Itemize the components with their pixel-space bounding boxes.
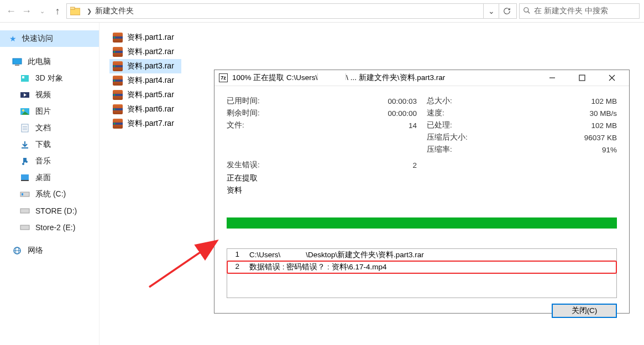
file-name: 资料.part7.rar: [127, 119, 174, 129]
up-button[interactable]: ↑: [51, 4, 64, 18]
sidebar-item-label: 桌面: [35, 173, 51, 183]
sidebar-item[interactable]: STORE (D:): [0, 203, 99, 219]
sevenzip-icon: 7z: [219, 73, 228, 82]
stat-label: 速度:: [427, 108, 444, 118]
file-name: 资料.part1.rar: [127, 33, 174, 43]
extracting-name: 资料: [227, 185, 417, 198]
log-row: 1C:\Users\\Desktop\新建文件夹\资料.part3.rar: [227, 249, 616, 261]
stat-value: 102 MB: [591, 121, 617, 130]
stat-value: 96037 KB: [584, 134, 617, 142]
sidebar-item-icon: [20, 156, 30, 166]
sidebar-item[interactable]: 3D 对象: [0, 70, 99, 87]
svg-point-19: [25, 161, 28, 163]
sidebar-item-label: 网络: [28, 246, 43, 256]
stat-value: 14: [409, 121, 417, 130]
sidebar-item-label: STORE (D:): [35, 206, 77, 215]
sidebar-item[interactable]: Store-2 (E:): [0, 219, 99, 236]
file-item[interactable]: 资料.part3.rar: [109, 59, 181, 73]
sidebar-item-label: 下载: [35, 140, 51, 150]
sidebar-item-quick-access[interactable]: ★ 快速访问: [0, 30, 99, 47]
extract-dialog: 7z 100% 正在提取 C:\Users\\ ... 新建文件夹\资料.par…: [214, 70, 630, 314]
sidebar-item-icon: [20, 123, 30, 133]
svg-point-11: [22, 109, 24, 112]
svg-point-18: [22, 163, 24, 165]
rar-icon: [113, 119, 123, 129]
stat-value: 00:00:03: [388, 97, 417, 105]
file-name: 资料.part2.rar: [127, 47, 174, 57]
sidebar-item[interactable]: 系统 (C:): [0, 186, 99, 203]
sidebar-item-label: 此电脑: [28, 57, 51, 67]
file-name: 资料.part4.rar: [127, 76, 174, 86]
search-icon: [523, 7, 531, 16]
log-panel: 1C:\Users\\Desktop\新建文件夹\资料.part3.rar2数据…: [227, 248, 617, 298]
extracting-label: 正在提取: [227, 173, 417, 185]
sidebar-item-icon: [20, 140, 30, 150]
back-button[interactable]: ←: [4, 4, 18, 18]
breadcrumb-folder[interactable]: 新建文件夹: [95, 6, 134, 16]
forward-button[interactable]: →: [20, 4, 33, 18]
sidebar-item-label: 音乐: [35, 156, 51, 166]
sidebar-item[interactable]: 视频: [0, 87, 99, 103]
stat-value: 30 MB/s: [589, 109, 617, 118]
pc-icon: [12, 57, 22, 67]
sidebar-item[interactable]: 图片: [0, 103, 99, 120]
svg-rect-25: [20, 225, 29, 230]
file-item[interactable]: 资料.part5.rar: [109, 88, 181, 102]
maximize-button[interactable]: [569, 70, 595, 86]
sidebar-item[interactable]: 下载: [0, 136, 99, 153]
breadcrumb[interactable]: ❯ 新建文件夹 ⌄: [66, 3, 517, 19]
svg-rect-21: [21, 180, 29, 181]
svg-point-2: [524, 7, 528, 12]
svg-line-3: [528, 11, 530, 13]
sidebar-item[interactable]: 桌面: [0, 169, 99, 186]
sidebar-item-this-pc[interactable]: 此电脑: [0, 54, 99, 70]
sidebar-item-icon: [20, 206, 30, 216]
sidebar-item-icon: [20, 90, 30, 100]
file-item[interactable]: 资料.part7.rar: [109, 116, 181, 131]
recent-dropdown[interactable]: ⌄: [35, 4, 49, 18]
address-bar: ← → ⌄ ↑ ❯ 新建文件夹 ⌄ 在 新建文件夹 中搜索: [0, 0, 644, 23]
refresh-button[interactable]: [499, 4, 514, 18]
sidebar-item-icon: [20, 173, 30, 183]
star-icon: ★: [8, 34, 18, 44]
sidebar-item-label: 快速访问: [22, 34, 53, 44]
close-window-button[interactable]: [599, 70, 625, 86]
file-name: 资料.part6.rar: [127, 104, 174, 114]
log-row-error: 2数据错误 : 密码错误？ : 资料\6.17-4.mp4: [227, 261, 617, 274]
log-row-number: 2: [233, 262, 239, 272]
close-button-label: 关闭(C): [572, 306, 598, 316]
sidebar-item-label: 图片: [35, 107, 51, 116]
svg-rect-4: [13, 59, 22, 64]
breadcrumb-dropdown[interactable]: ⌄: [483, 4, 499, 18]
stat-value: 00:00:00: [388, 109, 417, 118]
sidebar-item-label: 系统 (C:): [35, 189, 66, 199]
error-count-label: 发生错误:: [227, 160, 260, 170]
file-item[interactable]: 资料.part4.rar: [109, 73, 181, 88]
sidebar-item-label: Store-2 (E:): [35, 223, 75, 232]
log-row-number: 1: [233, 250, 239, 260]
dialog-titlebar[interactable]: 7z 100% 正在提取 C:\Users\\ ... 新建文件夹\资料.par…: [214, 70, 629, 86]
file-name: 资料.part3.rar: [127, 61, 174, 71]
rar-icon: [113, 47, 123, 57]
file-item[interactable]: 资料.part2.rar: [109, 45, 181, 59]
folder-icon: [70, 7, 80, 15]
dialog-title: 100% 正在提取 C:\Users\\ ... 新建文件夹\资料.part3.…: [232, 73, 535, 83]
sidebar-item[interactable]: 文档: [0, 120, 99, 136]
sidebar-item-icon: [20, 189, 30, 199]
error-count-value: 2: [412, 161, 417, 169]
rar-icon: [113, 104, 123, 114]
file-item[interactable]: 资料.part1.rar: [109, 30, 181, 45]
sidebar-item[interactable]: 音乐: [0, 153, 99, 169]
minimize-button[interactable]: [540, 70, 565, 86]
stat-label: 总大小:: [427, 96, 452, 106]
file-item[interactable]: 资料.part6.rar: [109, 102, 181, 116]
rar-icon: [113, 33, 123, 43]
sidebar-item-icon: [20, 107, 30, 116]
stat-label: 已用时间:: [227, 96, 260, 106]
close-button[interactable]: 关闭(C): [552, 304, 617, 318]
sidebar-item-icon: [20, 73, 30, 83]
sidebar-item-network[interactable]: 网络: [0, 242, 99, 259]
svg-rect-30: [579, 75, 585, 81]
svg-rect-5: [15, 65, 19, 66]
search-input[interactable]: 在 新建文件夹 中搜索: [519, 3, 640, 19]
